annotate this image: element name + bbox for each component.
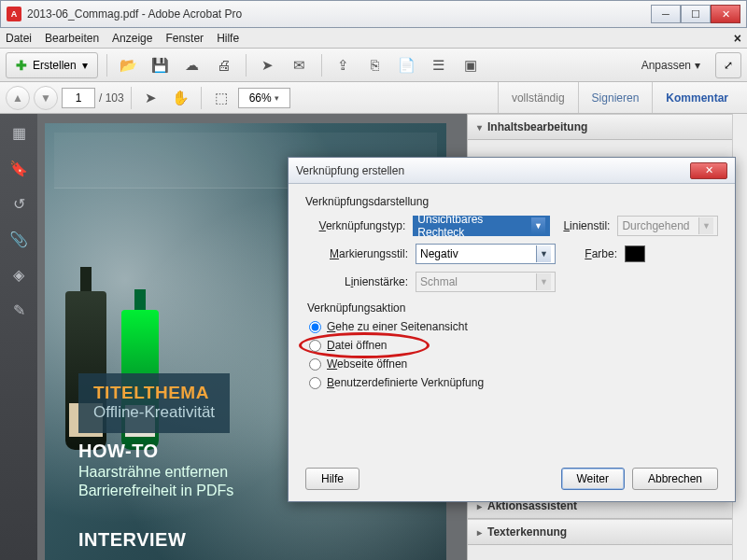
open-icon[interactable]: 📂 <box>116 52 142 78</box>
form-icon[interactable]: ☰ <box>426 52 452 78</box>
howto-block: HOW-TO Haarsträhne entfernen Barrierefre… <box>78 441 233 499</box>
share-icon[interactable]: ➤ <box>255 52 281 78</box>
group-appearance: Verknüpfungsdarstellung <box>305 195 718 208</box>
save-icon[interactable]: 💾 <box>148 52 174 78</box>
menu-bar: Datei Bearbeiten Anzeige Fenster Hilfe × <box>0 28 747 49</box>
chevron-down-icon: ▼ <box>698 217 713 234</box>
panel-content-editing[interactable]: ▾Inhaltsbearbeitung <box>468 114 732 140</box>
title-sub: Offline-Kreativität <box>93 403 215 422</box>
create-label: Erstellen <box>33 59 77 72</box>
mail-icon[interactable]: ✉ <box>287 52 313 78</box>
help-button[interactable]: Hilfe <box>305 468 359 490</box>
radio-open-file[interactable]: Datei öffnen <box>309 339 718 352</box>
title-heading: TITELTHEMA <box>93 383 215 403</box>
edit-pdf-icon[interactable]: 📄 <box>394 52 420 78</box>
layers-icon[interactable]: ◈ <box>9 265 28 284</box>
select-tool-icon[interactable]: ➤ <box>138 85 164 111</box>
sync-icon[interactable]: ↺ <box>9 194 28 213</box>
title-block: TITELTHEMA Offline-Kreativität <box>78 373 230 433</box>
dialog-titlebar: Verknüpfung erstellen ✕ <box>289 158 735 184</box>
bookmarks-icon[interactable]: 🔖 <box>9 159 28 177</box>
attachments-icon[interactable]: 📎 <box>9 230 28 248</box>
chevron-down-icon: ▼ <box>536 245 551 262</box>
dialog-close-button[interactable]: ✕ <box>690 162 727 179</box>
toolbar-main: ✚ Erstellen ▾ 📂 💾 ☁ 🖨 ➤ ✉ ⇪ ⎘ 📄 ☰ ▣ Anpa… <box>0 49 747 82</box>
page-down-button[interactable]: ▼ <box>34 86 58 110</box>
fullscreen-icon[interactable]: ⤢ <box>715 52 741 78</box>
thumbnails-icon[interactable]: ▦ <box>9 123 28 142</box>
label-linestyle: Linienstil: <box>557 219 611 232</box>
link-sign[interactable]: Signieren <box>578 82 653 113</box>
customize-label: Anpassen <box>641 59 691 72</box>
create-link-dialog: Verknüpfung erstellen ✕ Verknüpfungsdars… <box>288 157 736 502</box>
chevron-down-icon: ▾ <box>695 59 700 72</box>
minimize-button[interactable]: ─ <box>651 5 681 23</box>
window-titlebar: A 2013-06_Commag.pdf - Adobe Acrobat Pro… <box>0 0 747 28</box>
chevron-right-icon: ▸ <box>477 501 482 511</box>
chevron-down-icon: ▾ <box>477 122 482 133</box>
window-title: 2013-06_Commag.pdf - Adobe Acrobat Pro <box>27 7 651 21</box>
group-action: Verknüpfungsaktion <box>307 301 718 315</box>
pdf-icon: A <box>7 7 21 21</box>
select-highlight[interactable]: Negativ▼ <box>416 244 556 264</box>
menu-view[interactable]: Anzeige <box>112 32 152 45</box>
chevron-down-icon: ▾ <box>82 59 88 72</box>
toolbar-nav: ▲ ▼ 1 / 103 ➤ ✋ ⬚ 66%▾ vollständig Signi… <box>0 82 747 114</box>
chevron-down-icon: ▾ <box>275 93 279 103</box>
export-icon[interactable]: ⇪ <box>331 52 357 78</box>
signatures-icon[interactable]: ✎ <box>9 301 28 319</box>
label-highlight: Markierungsstil: <box>305 247 408 260</box>
radio-custom-link[interactable]: Benutzerdefinierte Verknüpfung <box>309 376 718 389</box>
maximize-button[interactable]: ☐ <box>681 5 711 23</box>
close-button[interactable]: ✕ <box>711 5 740 23</box>
panel-text-recognition[interactable]: ▸Texterkennung <box>468 519 732 545</box>
interview-heading: INTERVIEW <box>78 529 186 551</box>
convert-icon[interactable]: ⎘ <box>362 52 388 78</box>
label-linktype: Verknüpfungstyp: <box>305 219 405 232</box>
radio-goto-page[interactable]: Gehe zu einer Seitenansicht <box>309 320 718 333</box>
select-linewidth: Schmal▼ <box>416 272 556 292</box>
color-picker[interactable] <box>625 245 645 262</box>
chevron-down-icon: ▼ <box>536 273 551 290</box>
page-number-input[interactable]: 1 <box>62 88 95 108</box>
menu-edit[interactable]: Bearbeiten <box>45 32 99 45</box>
customize-button[interactable]: Anpassen ▾ <box>641 59 700 72</box>
menu-file[interactable]: Datei <box>6 32 32 45</box>
menu-window[interactable]: Fenster <box>165 32 204 45</box>
zoom-input[interactable]: 66%▾ <box>238 88 290 108</box>
document-close-icon[interactable]: × <box>734 31 741 46</box>
next-button[interactable]: Weiter <box>561 468 625 490</box>
left-nav-bar: ▦ 🔖 ↺ 📎 ◈ ✎ <box>0 114 37 560</box>
chevron-right-icon: ▸ <box>477 527 482 538</box>
link-full[interactable]: vollständig <box>498 82 578 113</box>
dialog-title: Verknüpfung erstellen <box>296 164 404 177</box>
label-color: Farbe: <box>563 247 617 260</box>
page-total: / 103 <box>99 91 124 105</box>
cancel-button[interactable]: Abbrechen <box>632 468 718 490</box>
print-icon[interactable]: 🖨 <box>211 52 237 78</box>
cloud-icon[interactable]: ☁ <box>179 52 205 78</box>
label-linewidth: Linienstärke: <box>305 275 408 288</box>
hand-tool-icon[interactable]: ✋ <box>168 85 194 111</box>
select-linestyle: Durchgehend▼ <box>617 216 718 236</box>
menu-help[interactable]: Hilfe <box>217 32 239 45</box>
create-button[interactable]: ✚ Erstellen ▾ <box>6 52 98 78</box>
select-linktype[interactable]: Unsichtbares Rechteck▼ <box>413 216 550 236</box>
chevron-down-icon: ▼ <box>530 217 545 234</box>
radio-open-web[interactable]: Webseite öffnen <box>309 357 718 371</box>
plus-icon: ✚ <box>16 58 27 73</box>
marquee-zoom-icon[interactable]: ⬚ <box>208 85 234 111</box>
multimedia-icon[interactable]: ▣ <box>458 52 484 78</box>
link-comment[interactable]: Kommentar <box>652 82 741 113</box>
page-up-button[interactable]: ▲ <box>6 86 30 110</box>
